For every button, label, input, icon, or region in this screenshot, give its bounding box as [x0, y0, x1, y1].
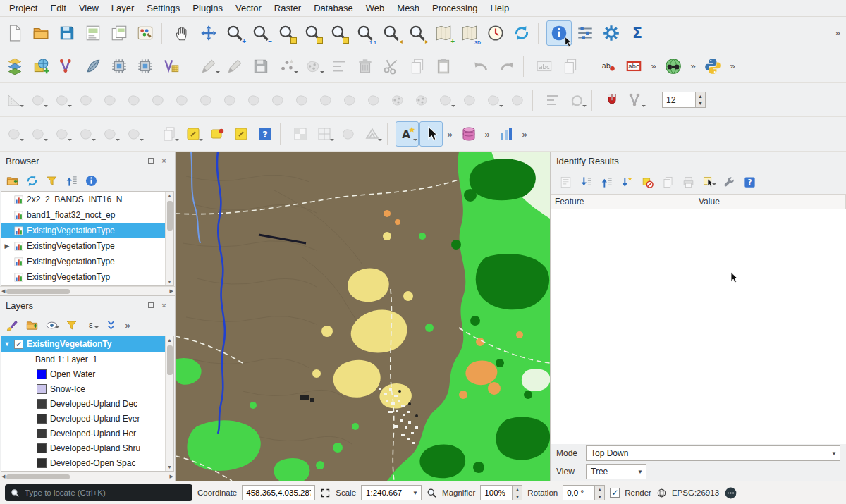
undo-button[interactable] [468, 54, 494, 79]
identify-features-button[interactable] [546, 20, 572, 46]
legend-class-item[interactable]: Developed-Upland Dec [1, 396, 165, 411]
browser-item[interactable]: ExistingVegetationTyp [1, 269, 165, 285]
chevron-down-icon[interactable]: ▼ [410, 486, 421, 500]
toolbar-overflow-button[interactable]: » [481, 123, 494, 145]
scrollbar-thumb[interactable] [6, 474, 70, 479]
rectangle-digitizing-button[interactable] [74, 121, 97, 147]
identify-settings-button[interactable] [720, 173, 738, 191]
layer-labeling-options-button[interactable] [621, 54, 646, 79]
scrollbar-thumb[interactable] [167, 345, 173, 375]
scale-combobox[interactable]: ▼ [361, 485, 422, 500]
browser-item[interactable]: 2x2_2_BANDS_INT16_N [1, 192, 165, 207]
save-layer-edits-button[interactable] [248, 54, 274, 79]
chevron-down-icon[interactable]: ▼ [828, 446, 840, 460]
clear-results-button[interactable] [638, 173, 656, 191]
identify-results-body[interactable] [551, 209, 846, 444]
identify-mode-combobox[interactable]: Top Down ▼ [586, 445, 840, 461]
scroll-left-icon[interactable]: ◀ [1, 474, 5, 479]
new-memory-layer-button[interactable] [106, 54, 132, 79]
toggle-editing-button[interactable] [222, 54, 247, 79]
pan-map-button[interactable] [170, 20, 195, 46]
rotate-point-symbols-button[interactable] [386, 87, 409, 113]
filter-legend-button[interactable] [62, 316, 80, 334]
render-checkbox[interactable]: ✓ [610, 488, 620, 498]
rotation-input[interactable] [563, 485, 595, 500]
spin-arrows[interactable]: ▲▼ [696, 92, 706, 108]
menu-layer[interactable]: Layer [105, 1, 141, 16]
new-shapefile-layer-button[interactable] [54, 54, 80, 79]
collapse-tree-button[interactable] [597, 173, 615, 191]
new-3d-map-view-button[interactable]: 3D [457, 20, 482, 46]
reshape-features-button[interactable] [266, 87, 289, 113]
shape-digitizing-button[interactable] [2, 121, 25, 147]
browser-item[interactable]: ExistingVegetationType [1, 254, 165, 269]
zoom-to-selection-button[interactable] [300, 20, 326, 46]
circle-digitizing-button[interactable] [26, 121, 49, 147]
menu-help[interactable]: Help [484, 1, 515, 16]
current-edits-button[interactable] [196, 54, 221, 79]
browser-horizontal-scrollbar[interactable]: ◀ ▶ [0, 286, 175, 295]
zoom-next-button[interactable]: ▸ [405, 20, 430, 46]
browser-item[interactable]: ExistingVegetationType [1, 223, 165, 238]
copy-paste-style-button[interactable] [157, 121, 180, 147]
split-features-button[interactable] [290, 87, 313, 113]
extents-toggle-icon[interactable] [320, 488, 331, 498]
copy-layer-style-button[interactable] [558, 54, 583, 79]
rotation-spinbox[interactable]: ▲▼ [563, 485, 605, 500]
crs-label[interactable]: EPSG:26913 [672, 488, 719, 497]
new-project-button[interactable] [2, 20, 27, 46]
toolbar-overflow-button[interactable]: » [647, 56, 660, 77]
zoom-to-layer-button[interactable] [326, 20, 352, 46]
scroll-down-icon[interactable]: ▼ [167, 278, 172, 285]
map-canvas[interactable] [176, 152, 550, 481]
new-annotation-layer-button[interactable] [181, 121, 204, 147]
add-ring-button[interactable] [122, 87, 145, 113]
layer-labeling-toolbar-button[interactable] [396, 121, 419, 147]
expand-new-results-button[interactable] [618, 173, 636, 191]
pan-map-to-selection-button[interactable] [196, 20, 221, 46]
new-mesh-layer-button[interactable] [133, 54, 158, 79]
vertex-tool-button[interactable] [300, 54, 326, 79]
copy-feature-button[interactable] [658, 173, 677, 191]
scrollbar-thumb[interactable] [167, 201, 173, 231]
modify-attributes-selected-button[interactable] [326, 54, 352, 79]
show-statistics-button[interactable] [625, 20, 650, 46]
help-contents-button[interactable] [253, 121, 276, 147]
reverse-line-button[interactable] [458, 87, 481, 113]
enable-tracing-button[interactable] [624, 87, 647, 113]
zoom-to-native-resolution-button[interactable]: 1:1 [352, 20, 378, 46]
locate-input[interactable] [25, 488, 187, 497]
menu-project[interactable]: Project [3, 1, 44, 16]
feature-column-header[interactable]: Feature [551, 195, 694, 209]
split-parts-button[interactable] [314, 87, 337, 113]
crs-globe-icon[interactable] [656, 488, 667, 498]
layers-float-button[interactable] [145, 300, 156, 311]
delete-ring-button[interactable] [194, 87, 217, 113]
toolbar-overflow-button[interactable]: » [443, 123, 456, 145]
layer-band-label[interactable]: Band 1: Layer_1 [1, 352, 165, 367]
scroll-up-icon[interactable]: ▲ [167, 336, 172, 344]
python-console-button[interactable] [700, 54, 725, 79]
select-features-button[interactable] [122, 121, 145, 147]
redo-button[interactable] [494, 54, 520, 79]
new-map-view-button[interactable]: + [431, 20, 456, 46]
open-project-button[interactable] [28, 20, 54, 46]
rotate-canvas-button[interactable] [565, 87, 588, 113]
messages-icon[interactable] [724, 486, 737, 500]
legend-class-item[interactable]: Developed-Open Spac [1, 455, 165, 470]
layers-horizontal-scrollbar[interactable]: ◀ ▶ [0, 472, 175, 481]
locate-bar[interactable] [5, 484, 192, 501]
scroll-up-icon[interactable]: ▲ [167, 192, 172, 199]
cut-features-button[interactable] [379, 54, 404, 79]
pin-annotation-button[interactable] [205, 121, 228, 147]
add-group-button[interactable] [23, 316, 41, 334]
legend-class-item[interactable]: Developed-Upland Shru [1, 441, 165, 455]
browser-close-button[interactable]: × [159, 156, 169, 166]
curve-digitizing-button[interactable] [482, 87, 505, 113]
toolbar-overflow-button[interactable]: » [726, 56, 739, 77]
mesh-digitizing-button[interactable] [288, 121, 312, 147]
menu-web[interactable]: Web [360, 1, 391, 16]
expand-all-layers-button[interactable] [102, 316, 120, 334]
new-print-layout-button[interactable] [80, 20, 106, 46]
browser-vertical-scrollbar[interactable]: ▲ ▼ [165, 192, 173, 285]
